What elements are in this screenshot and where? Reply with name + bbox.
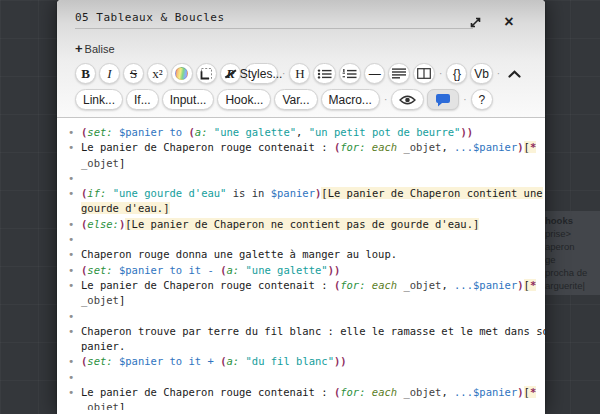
numbered-list-button[interactable] <box>339 63 361 84</box>
code-token: Le panier de Chaperon rouge contenait : <box>81 141 334 153</box>
code-token: ) <box>517 141 523 153</box>
eye-icon <box>399 94 416 106</box>
code-token: * <box>530 141 536 153</box>
background-panel-text: procha de <box>545 266 600 279</box>
horizontal-rule-button[interactable]: — <box>364 63 385 84</box>
text-colour-button[interactable] <box>171 63 193 84</box>
rotated-r-icon: R <box>226 66 235 82</box>
code-line[interactable]: panier. <box>63 339 537 354</box>
code-token: )) <box>328 264 341 276</box>
code-token: )) <box>460 126 473 138</box>
code-token: $panier <box>119 126 163 138</box>
background-passage-panel: hooksprise>aperongeprocha dearguerite| <box>543 211 600 295</box>
var-button[interactable]: Var... <box>274 89 317 110</box>
background-panel-text: prise> <box>545 227 600 240</box>
toolbar-collapse-button[interactable] <box>504 63 525 84</box>
columns-button[interactable] <box>413 63 435 84</box>
code-token: each <box>372 141 397 153</box>
bulleted-list-button[interactable] <box>313 63 335 84</box>
comment-button[interactable] <box>427 89 459 110</box>
background-panel-text: arguerite| <box>545 279 600 292</box>
code-token: to <box>170 355 183 367</box>
code-line[interactable]: •Chaperon trouve par terre du fil blanc … <box>63 324 537 339</box>
code-line[interactable]: •(set: $panier to (a: "une galette", "un… <box>63 125 537 140</box>
editor-chrome: 05 Tableaux & Boucles × +Balise BISx²RSt… <box>57 0 545 118</box>
code-line[interactable]: •Le panier de Chaperon rouge contenait :… <box>63 385 537 400</box>
code-token: $panier <box>271 187 315 199</box>
superscript-button[interactable]: x² <box>147 63 168 84</box>
code-line[interactable]: • <box>63 171 537 186</box>
code-line[interactable]: •Le panier de Chaperon rouge contenait :… <box>63 278 537 293</box>
code-token: if: <box>87 187 106 199</box>
code-token: else: <box>87 218 119 230</box>
passage-text-editor[interactable]: •(set: $panier to (a: "une galette", "un… <box>57 118 545 410</box>
code-line[interactable]: •Le panier de Chaperon rouge contenait :… <box>63 140 537 155</box>
strikethrough-button[interactable]: S <box>123 63 144 84</box>
collapse-whitespace-button[interactable]: {} <box>446 63 467 84</box>
alignment-button[interactable] <box>388 63 410 84</box>
bullet-marker: • <box>68 171 74 186</box>
close-button[interactable]: × <box>499 13 519 31</box>
code-line[interactable]: gourde d'eau.] <box>63 201 537 216</box>
heading-button[interactable]: H <box>289 63 310 84</box>
code-token: set: <box>87 355 112 367</box>
code-token: "du fil blanc" <box>245 355 334 367</box>
code-line[interactable]: •(if: "une gourde d'eau" is in $panier)[… <box>63 186 537 201</box>
hook-button[interactable]: Hook... <box>217 89 271 110</box>
add-tag-button[interactable]: +Balise <box>75 41 115 56</box>
code-token: Le panier de Chaperon ne contient pas de… <box>132 218 473 230</box>
code-line[interactable]: •(set: $panier to it + (a: "du fil blanc… <box>63 354 537 369</box>
bullet-list-icon <box>317 68 332 80</box>
input-button[interactable]: Input... <box>162 89 215 110</box>
code-token: it <box>189 264 202 276</box>
code-token: , <box>441 386 454 398</box>
border-button[interactable] <box>196 63 218 84</box>
code-line[interactable]: • <box>63 232 537 247</box>
code-line[interactable]: _objet] <box>63 156 537 171</box>
code-token: ] <box>473 218 479 230</box>
code-token: to <box>170 264 183 276</box>
if-button[interactable]: If... <box>126 89 159 110</box>
verbatim-button[interactable]: Vb <box>470 63 492 84</box>
code-token: "une gourde d'eau" <box>113 187 227 199</box>
styles-button[interactable]: Styles... <box>244 63 278 84</box>
preview-button[interactable] <box>391 89 424 110</box>
title-underline <box>75 28 473 29</box>
code-token: a: <box>227 355 240 367</box>
code-token: in <box>252 187 265 199</box>
title-bar: 05 Tableaux & Boucles × <box>75 7 531 29</box>
code-token: "une galette" <box>214 126 296 138</box>
code-line[interactable]: •(else:)[Le panier de Chaperon ne contie… <box>63 217 537 232</box>
code-token: each <box>372 386 397 398</box>
code-line[interactable]: • <box>63 370 537 385</box>
border-box-icon <box>200 67 213 80</box>
code-token: ] <box>119 157 125 169</box>
bullet-marker: • <box>68 278 74 293</box>
align-icon <box>392 68 406 79</box>
code-line[interactable]: •(set: $panier to it - (a: "une galette"… <box>63 263 537 278</box>
bullet-marker: • <box>68 217 74 232</box>
code-token: ] <box>163 202 169 214</box>
passage-title[interactable]: 05 Tableaux & Boucles <box>75 8 225 24</box>
italic-button[interactable]: I <box>99 63 120 84</box>
toolbar-row-1: BISx²RStyles...·H—·{}Vb· <box>75 63 531 84</box>
separator-dot: · <box>383 94 388 105</box>
link-button[interactable]: Link... <box>75 89 123 110</box>
bold-button[interactable]: B <box>75 63 96 84</box>
help-button[interactable]: ? <box>471 89 494 110</box>
code-token: * <box>530 279 536 291</box>
code-token: , <box>296 126 309 138</box>
code-line[interactable]: _objet] <box>63 293 537 308</box>
code-line[interactable]: _objet] <box>63 400 537 410</box>
rotate-text-button[interactable]: R <box>220 63 241 84</box>
separator-dot: · <box>281 68 286 79</box>
close-icon: × <box>504 14 513 30</box>
bullet-marker: • <box>68 247 74 262</box>
tag-row: +Balise <box>75 39 531 55</box>
toolbar-row-2: Link...If...Input...Hook...Var...Macro..… <box>75 89 531 110</box>
code-token: $panier <box>119 264 163 276</box>
code-line[interactable]: • <box>63 309 537 324</box>
bullet-marker: • <box>68 370 74 385</box>
code-line[interactable]: •Chaperon rouge donna une galette à mang… <box>63 247 537 262</box>
macro-button[interactable]: Macro... <box>321 89 380 110</box>
